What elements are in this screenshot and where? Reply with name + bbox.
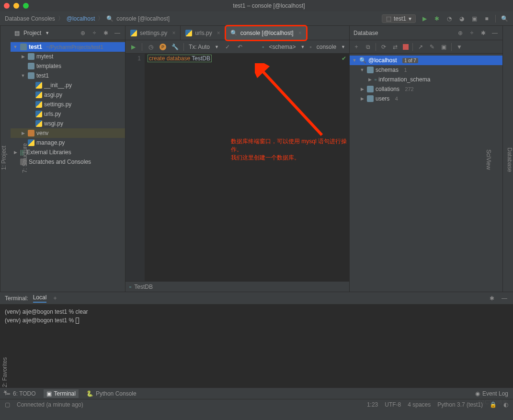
minimize-icon[interactable] (13, 3, 19, 9)
terminal-button[interactable]: ▣ Terminal (44, 389, 79, 398)
profile-icon[interactable]: ◕ (458, 15, 466, 23)
gear-icon[interactable]: ✱ (102, 29, 110, 37)
tree-node[interactable]: templates (11, 61, 125, 71)
caret-position[interactable]: 1:23 (367, 401, 378, 408)
console-icon[interactable]: ▣ (440, 43, 447, 51)
wrench-icon[interactable]: 🔧 (171, 43, 179, 51)
console-selector[interactable]: console (317, 44, 336, 50)
stripe-favorites[interactable]: ★ 2: Favorites (0, 354, 10, 398)
close-icon[interactable] (4, 3, 10, 9)
label: Python Console (96, 390, 137, 397)
status-square[interactable]: ▢ (5, 401, 10, 408)
count-badge: 1 of 7 (402, 58, 418, 63)
tab-label: console [@localhost] (240, 30, 294, 36)
stripe-structure[interactable]: 7: Structure (22, 143, 28, 172)
stripe-project[interactable]: 1: Project (0, 146, 7, 170)
left-toolstripe: 1: Project 7: Structure (0, 26, 11, 292)
execute-icon[interactable]: ▶ (129, 43, 137, 51)
update-icon[interactable]: ■ (483, 15, 490, 23)
rollback-icon[interactable]: ↶ (236, 43, 244, 51)
breadcrumb[interactable]: Database Consoles (5, 15, 55, 22)
jump-icon[interactable]: ↗ (417, 43, 424, 51)
database-header: Database ⊕ ÷ ✱ — (350, 26, 502, 40)
stop-icon[interactable]: ▣ (470, 15, 478, 23)
tree-file[interactable]: urls.py (11, 109, 125, 119)
python-console-button[interactable]: 🐍 Python Console (86, 390, 137, 397)
indent[interactable]: 4 spaces (408, 401, 431, 408)
stripe-sciview[interactable]: SciView (485, 149, 492, 170)
close-icon[interactable]: × (217, 30, 220, 36)
history-icon[interactable]: ◷ (147, 43, 155, 51)
code-editor[interactable]: 1 create database TestDB ✔ 数据库终端窗口，可以使用 … (125, 54, 349, 281)
breadcrumb[interactable]: console [@localhost] (116, 15, 170, 22)
commit-icon[interactable]: ✓ (224, 43, 231, 51)
code-area[interactable]: create database TestDB ✔ 数据库终端窗口，可以使用 my… (145, 54, 349, 281)
tab-console[interactable]: 🔍console [@localhost]× (226, 26, 307, 40)
stop-icon[interactable] (403, 44, 409, 50)
status-label: TestDB (134, 284, 153, 290)
hide-icon[interactable]: — (501, 295, 508, 302)
maximize-icon[interactable] (23, 3, 29, 9)
breadcrumb[interactable]: @localhost (67, 15, 95, 22)
watermark: 51CTO博客 (479, 398, 508, 407)
node-label: users (376, 95, 389, 102)
sdk[interactable]: Python 3.7 (test1) (437, 401, 483, 408)
tab-label: urls.py (195, 30, 212, 36)
event-log-button[interactable]: ◉ Event Log (475, 390, 508, 397)
tab-settings[interactable]: settings.py× (125, 26, 181, 40)
tree-venv[interactable]: ▶venv (11, 128, 125, 138)
tree-root[interactable]: ▼test1~/PycharmProjects/test1 (11, 42, 125, 52)
encoding[interactable]: UTF-8 (385, 401, 401, 408)
target-icon[interactable]: ⊕ (79, 29, 87, 37)
status-bar: ▢ Connected (a minute ago) 1:23 UTF-8 4 … (0, 399, 513, 409)
gear-icon[interactable]: ✱ (479, 29, 487, 37)
tree-file[interactable]: settings.py (11, 100, 125, 109)
db-collations[interactable]: ▶collations 272 (350, 84, 502, 94)
collapse-icon[interactable]: ÷ (468, 29, 476, 37)
stripe-database[interactable]: Database (506, 148, 513, 172)
chevron-down-icon[interactable]: ▼ (45, 31, 49, 35)
terminal-tab[interactable]: Local (33, 294, 47, 303)
db-host[interactable]: ▼🔍@localhost 1 of 7 (350, 56, 502, 65)
add-icon[interactable]: ＋ (353, 43, 360, 51)
edit-icon[interactable]: ✎ (428, 43, 436, 51)
tx-mode[interactable]: Tx: Auto (189, 44, 210, 50)
tree-file[interactable]: wsgi.py (11, 119, 125, 128)
run-config-selector[interactable]: ⬚ test1 ▾ (382, 14, 416, 23)
terminal-body[interactable]: (venv) aije@bogon test1 % clear (venv) a… (0, 305, 513, 387)
db-users[interactable]: ▶users 4 (350, 94, 502, 103)
navbar: Database Consoles 〉 @localhost 〉 🔍 conso… (0, 11, 513, 26)
run-icon[interactable]: ▶ (421, 15, 428, 23)
tree-file[interactable]: __init__.py (11, 80, 125, 90)
tree-file[interactable]: asgi.py (11, 90, 125, 100)
close-icon[interactable]: × (298, 30, 302, 36)
db-icon: 🔍 (106, 15, 114, 22)
close-icon[interactable]: × (172, 30, 175, 36)
sync-icon[interactable]: ⇄ (391, 43, 399, 51)
node-label: Scratches and Consoles (29, 159, 91, 165)
hide-icon[interactable]: — (491, 29, 499, 37)
separator (451, 43, 452, 51)
filter-icon[interactable]: ▼ (456, 43, 463, 51)
explain-icon[interactable]: P (160, 44, 166, 50)
refresh-icon[interactable]: ⟳ (380, 43, 388, 51)
editor-tabs: settings.py× urls.py× 🔍console [@localho… (125, 26, 349, 40)
add-tab-icon[interactable]: ＋ (51, 295, 59, 302)
target-icon[interactable]: ⊕ (456, 29, 464, 37)
db-schema[interactable]: ▶▫information_schema (350, 75, 502, 84)
tab-urls[interactable]: urls.py× (181, 26, 225, 40)
db-schemas[interactable]: ▼schemas 1 (350, 65, 502, 75)
search-icon[interactable]: 🔍 (501, 15, 508, 23)
debug-icon[interactable]: ✱ (433, 15, 441, 23)
schema-selector[interactable]: <schema> (269, 44, 296, 50)
duplicate-icon[interactable]: ⧉ (364, 43, 372, 51)
coverage-icon[interactable]: ◔ (445, 15, 453, 23)
hide-icon[interactable]: — (114, 29, 121, 37)
tree-node[interactable]: ▼test1 (11, 71, 125, 80)
chevron-right-icon: 〉 (98, 14, 103, 23)
annotation-line: 数据库终端窗口，可以使用 mysql 语句进行操作。 (231, 137, 349, 154)
collapse-icon[interactable]: ÷ (91, 29, 98, 37)
tree-node[interactable]: ▶mytest (11, 52, 125, 61)
gear-icon[interactable]: ✱ (488, 295, 496, 302)
terminal-panel: Terminal: Local ＋ ✱ — (venv) aije@bogon … (0, 292, 513, 387)
